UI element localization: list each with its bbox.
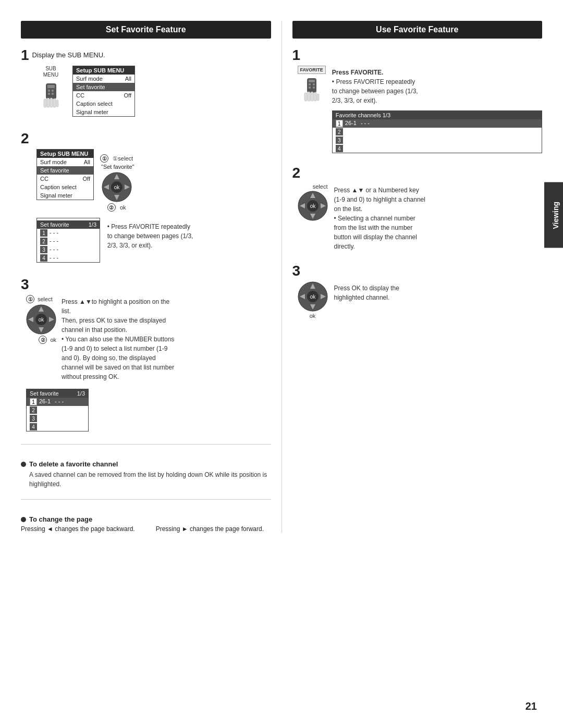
viewing-label: Viewing bbox=[552, 201, 560, 229]
fc-item-3: 3 bbox=[333, 136, 542, 144]
step2-menu-surfmode: Surf modeAll bbox=[37, 158, 93, 166]
fav-item-1: 1- - - bbox=[37, 229, 100, 237]
fav-list-step3: Set favorite1/3 126-1- - - 2 3 4 bbox=[26, 389, 89, 431]
svg-rect-31 bbox=[304, 93, 307, 101]
setup-submenu-box: Setup SUB MENU Surf modeAll Set favorite… bbox=[72, 66, 135, 117]
delete-bullet bbox=[21, 462, 26, 467]
step2-press-favorite-text: • Press FAVORITE repeatedlyto change bet… bbox=[107, 222, 193, 250]
svg-rect-5 bbox=[52, 93, 54, 95]
svg-rect-1 bbox=[47, 85, 55, 88]
fav-item-2: 2- - - bbox=[37, 237, 100, 245]
left-section-header: Set Favorite Feature bbox=[21, 21, 271, 39]
menu-item-signalmeter: Signal meter bbox=[73, 108, 134, 116]
dpad-icon-step3-right: ok bbox=[298, 281, 328, 312]
menu-item-cc: CCOff bbox=[73, 91, 134, 100]
fc-item-1: 126-1- - - bbox=[333, 119, 542, 128]
step2-right-select-label: select bbox=[313, 183, 328, 190]
step3-annotation-select: select bbox=[38, 296, 53, 302]
svg-rect-8 bbox=[50, 98, 53, 107]
step3-left-num: 3 bbox=[21, 277, 29, 292]
step2-menu-cc: CCOff bbox=[37, 175, 93, 183]
fav-item2-1: 126-1- - - bbox=[27, 398, 88, 406]
step1-right-num: 1 bbox=[292, 48, 301, 63]
sub-menu-label: SUBMENU bbox=[43, 66, 58, 78]
annotation-set-favorite: "Set favorite" bbox=[101, 164, 134, 170]
fav-item2-3: 3 bbox=[27, 414, 88, 423]
step2-right-num: 2 bbox=[292, 166, 301, 180]
step2-left: 2 Setup SUB MENU Surf modeAll Set favori… bbox=[21, 131, 271, 265]
col-left: Set Favorite Feature 1 Display the SUB M… bbox=[21, 21, 282, 533]
step1-right: 1 FAVORITE bbox=[292, 48, 543, 153]
delete-title: To delete a favorite channel bbox=[21, 460, 271, 468]
change-page-row: Pressing ◄ changes the page backward. Pr… bbox=[21, 525, 271, 533]
svg-text:ok: ok bbox=[39, 317, 45, 323]
fav-item-4: 4- - - bbox=[37, 254, 100, 262]
fav-channels-list: Favorite channels 1/3 126-1- - - 2 3 4 bbox=[332, 110, 542, 153]
right-section-header: Use Favorite Feature bbox=[292, 21, 543, 39]
step3-left-desc: Press ▲▼to highlight a position on the l… bbox=[62, 297, 176, 381]
hand-remote-icon bbox=[36, 79, 65, 113]
step2-setfav-list: Set favorite1/3 1- - - 2- - - 3- - - 4- … bbox=[36, 218, 100, 263]
delete-desc: A saved channel can be removed from the … bbox=[29, 470, 271, 489]
step3-annotation-circle2: ② bbox=[39, 336, 47, 344]
svg-rect-2 bbox=[48, 90, 50, 92]
fav-list-title: Set favorite1/3 bbox=[37, 220, 100, 229]
step3-annotation-circle1: ① bbox=[26, 295, 34, 303]
fav-item2-4: 4 bbox=[27, 423, 88, 431]
page-number: 21 bbox=[525, 700, 537, 712]
fc-item-4: 4 bbox=[333, 144, 542, 153]
step2-right-desc: Press ▲▼ or a Numbered key (1-9 and 0) t… bbox=[334, 186, 425, 251]
annotation-ok: ok bbox=[120, 204, 126, 211]
step1-left: 1 Display the SUB MENU. SUBMENU bbox=[21, 48, 271, 119]
step2-menu-signalmeter: Signal meter bbox=[37, 191, 93, 200]
svg-rect-32 bbox=[308, 92, 310, 101]
setup-submenu-title: Setup SUB MENU bbox=[73, 66, 134, 75]
step3-right-ok-label: ok bbox=[310, 313, 316, 319]
step3-right-num: 3 bbox=[292, 264, 301, 278]
delete-channel-note: To delete a favorite channel A saved cha… bbox=[21, 460, 271, 489]
change-page-title: To change the page bbox=[21, 515, 271, 523]
svg-rect-30 bbox=[313, 87, 315, 89]
dpad-icon-step2-right: ok bbox=[298, 191, 328, 221]
change-page-right: Pressing ► changes the page forward. bbox=[156, 525, 264, 533]
svg-rect-26 bbox=[309, 80, 315, 82]
page-container: Set Favorite Feature 1 Display the SUB M… bbox=[0, 0, 563, 728]
svg-rect-3 bbox=[52, 90, 54, 92]
svg-rect-29 bbox=[309, 87, 311, 89]
annotation-select: ①select bbox=[113, 155, 133, 162]
change-page-note: To change the page Pressing ◄ changes th… bbox=[21, 515, 271, 533]
fc-item-2: 2 bbox=[333, 128, 542, 136]
menu-item-captionselect: Caption select bbox=[73, 100, 134, 108]
svg-text:ok: ok bbox=[310, 203, 316, 209]
step1-left-label: Display the SUB MENU. bbox=[32, 51, 105, 59]
step2-left-num: 2 bbox=[21, 131, 29, 146]
step1-left-num: 1 bbox=[21, 48, 29, 63]
favorite-button-label: FAVORITE bbox=[298, 66, 326, 74]
step2-submenu-title: Setup SUB MENU bbox=[37, 150, 93, 158]
step3-right-desc: Press OK to display the highlighted chan… bbox=[334, 283, 399, 302]
change-page-bullet bbox=[21, 517, 26, 522]
viewing-tab: Viewing ● Watching TV bbox=[544, 182, 563, 248]
svg-text:ok: ok bbox=[114, 184, 120, 190]
step1-right-desc: Press FAVORITE. • Press FAVORITE repeate… bbox=[332, 68, 542, 105]
svg-rect-33 bbox=[311, 92, 313, 101]
change-page-left: Pressing ◄ changes the page backward. bbox=[21, 525, 135, 533]
svg-text:ok: ok bbox=[310, 294, 316, 300]
step2-right: 2 select ok bbox=[292, 166, 543, 251]
svg-rect-27 bbox=[309, 83, 311, 85]
menu-item-setfavorite: Set favorite bbox=[73, 83, 134, 91]
step3-left: 3 ① select ok bbox=[21, 277, 271, 431]
step2-menu-captionselect: Caption select bbox=[37, 183, 93, 191]
annotation-circle2: ② bbox=[107, 203, 116, 212]
step2-menu-setfavorite: Set favorite bbox=[37, 166, 93, 175]
fav-item-3: 3- - - bbox=[37, 245, 100, 254]
svg-rect-4 bbox=[48, 93, 50, 95]
favorite-hand-icon bbox=[299, 76, 325, 107]
svg-rect-9 bbox=[53, 98, 56, 107]
step2-submenu-box: Setup SUB MENU Surf modeAll Set favorite… bbox=[36, 149, 94, 200]
fav-list-step2: Set favorite1/3 1- - - 2- - - 3- - - 4- … bbox=[37, 220, 100, 262]
svg-rect-10 bbox=[56, 100, 58, 107]
dpad-icon-step2: ok bbox=[102, 172, 132, 202]
svg-rect-28 bbox=[313, 83, 315, 85]
col-right: Use Favorite Feature 1 FAVORITE bbox=[282, 21, 543, 533]
